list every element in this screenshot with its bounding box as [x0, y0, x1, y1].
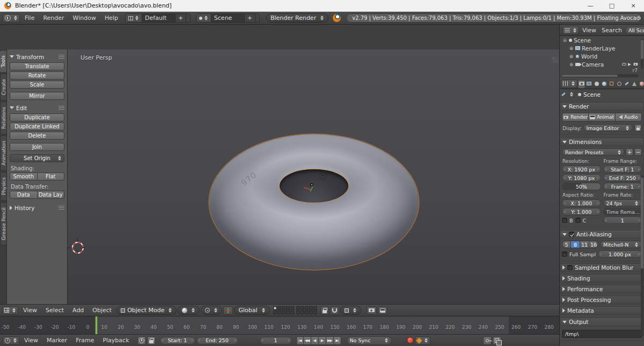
display-filter-dropdown[interactable]: All Scene: [625, 26, 644, 34]
layer-cell[interactable]: [282, 311, 286, 314]
panel-header-performance[interactable]: Performance: [560, 285, 644, 293]
layer-cell[interactable]: [277, 311, 281, 314]
lock-interface-button[interactable]: [634, 124, 642, 132]
minimize-button[interactable]: —: [580, 0, 601, 11]
end-frame-field[interactable]: End F: 250: [603, 174, 642, 182]
fast-forward-button[interactable]: ▶▶: [326, 336, 334, 345]
aa-samples-16-button[interactable]: 16: [589, 241, 598, 248]
manipulator-toggle-button[interactable]: [223, 306, 233, 315]
render-audio-button[interactable]: Audio: [616, 113, 642, 121]
aspect-x-field[interactable]: X: 1.000: [562, 199, 601, 207]
timeline-editor-type-button[interactable]: [3, 336, 19, 345]
screen-layout-browse-button[interactable]: [126, 14, 142, 22]
scene-name[interactable]: Scene: [211, 14, 244, 22]
panel-header-anti-aliasing[interactable]: Anti-Aliasing: [560, 230, 644, 239]
keying-set-dropdown[interactable]: [415, 336, 430, 345]
add-preset-button[interactable]: +: [626, 148, 633, 156]
aa-samples-5-button[interactable]: 5: [562, 241, 571, 248]
tab-world[interactable]: [601, 80, 608, 88]
panel-header-post-processing[interactable]: Post Processing: [560, 295, 644, 304]
layer-cell[interactable]: [313, 306, 317, 310]
menu-view[interactable]: View: [20, 337, 42, 344]
output-path-field[interactable]: /tmp\: [562, 330, 642, 338]
add-scene-button[interactable]: +: [244, 14, 255, 22]
add-screen-layout-button[interactable]: +: [175, 14, 186, 22]
tab-object[interactable]: [608, 80, 615, 88]
aa-samples-8-button[interactable]: 8: [571, 241, 580, 248]
menu-search[interactable]: Search: [599, 27, 624, 34]
panel-header-shading[interactable]: Shading: [560, 274, 644, 283]
layer-cell[interactable]: [273, 311, 277, 314]
tab-data[interactable]: [631, 80, 638, 88]
outliner-vertical-scrollbar[interactable]: [641, 39, 643, 69]
jump-to-end-button[interactable]: ▶|: [334, 336, 341, 345]
tab-create[interactable]: Create: [0, 74, 6, 100]
outliner-row-camera[interactable]: ⊕ Camera: [560, 60, 644, 68]
layer-cell[interactable]: [282, 306, 286, 310]
end-frame-field[interactable]: End: 250: [196, 337, 238, 344]
screen-layout-name[interactable]: Default: [142, 14, 175, 22]
layer-cell[interactable]: [305, 311, 309, 314]
frame-rate-dropdown[interactable]: 24 fps: [603, 199, 642, 207]
panel-grip-icon[interactable]: [58, 106, 64, 110]
layer-cell[interactable]: [296, 311, 300, 314]
layer-cell[interactable]: [277, 306, 281, 310]
panel-header-dimensions[interactable]: Dimensions: [560, 138, 644, 146]
layer-cell[interactable]: [309, 306, 313, 310]
resolution-percentage-slider[interactable]: 50%: [562, 183, 601, 190]
menu-frame[interactable]: Frame: [72, 337, 98, 344]
panel-grip-icon[interactable]: [58, 55, 64, 59]
translate-button[interactable]: Translate: [10, 62, 64, 70]
jump-to-start-button[interactable]: |◀: [296, 336, 304, 345]
aspect-y-field[interactable]: Y: 1.000: [562, 208, 601, 215]
aa-samples-11-button[interactable]: 11: [580, 241, 589, 248]
expand-toggle-icon[interactable]: ⊕: [569, 62, 574, 67]
layer-cell[interactable]: [305, 306, 309, 310]
lamp-object[interactable]: [319, 172, 327, 179]
delete-scene-button[interactable]: ×: [255, 14, 260, 22]
menu-add[interactable]: Add: [69, 307, 87, 314]
viewport-editor-type-button[interactable]: [2, 306, 18, 315]
resolution-y-field[interactable]: Y: 1080 px: [562, 174, 601, 182]
render-presets-dropdown[interactable]: Render Presets: [562, 148, 625, 156]
panel-header-edit[interactable]: Edit: [10, 103, 64, 112]
crop-checkbox[interactable]: [575, 218, 581, 223]
aa-filter-dropdown[interactable]: Mitchell-N: [600, 241, 642, 248]
expand-toggle-icon[interactable]: ⊕: [569, 46, 574, 51]
layer-cell[interactable]: [309, 311, 313, 314]
lock-time-button[interactable]: [147, 336, 156, 345]
scale-button[interactable]: Scale: [10, 81, 64, 89]
expand-toggle-icon[interactable]: ⊕: [569, 54, 574, 59]
menu-marker[interactable]: Marker: [43, 337, 71, 344]
info-editor-type-button[interactable]: [3, 14, 20, 23]
viewport-shading-dropdown[interactable]: [178, 306, 200, 315]
remove-preset-button[interactable]: −: [634, 148, 642, 156]
layer-cell[interactable]: [290, 306, 294, 310]
transform-orientation-dropdown[interactable]: Global: [234, 306, 269, 315]
menu-view[interactable]: View: [580, 27, 598, 34]
properties-vertical-scrollbar[interactable]: [641, 175, 643, 336]
motion-blur-checkbox[interactable]: [567, 265, 573, 270]
layer-cell[interactable]: [301, 311, 304, 314]
region-corner-grip[interactable]: [552, 57, 558, 63]
display-mode-dropdown[interactable]: Image Editor: [583, 124, 633, 132]
time-remap-field[interactable]: 1: [603, 217, 642, 224]
tab-modifiers[interactable]: [623, 80, 630, 88]
current-frame-field[interactable]: 1: [260, 337, 292, 344]
time-remapping-dropdown[interactable]: Time Rema...: [603, 208, 642, 215]
insert-keyframe-button[interactable]: [483, 336, 492, 345]
layer-cell[interactable]: [286, 311, 290, 314]
full-sample-checkbox[interactable]: [562, 251, 567, 257]
anti-aliasing-checkbox[interactable]: [569, 232, 574, 237]
tab-constraints[interactable]: [616, 80, 623, 88]
menu-view[interactable]: View: [19, 307, 41, 314]
rotate-button[interactable]: Rotate: [10, 71, 64, 80]
visibility-eye-icon[interactable]: [622, 63, 626, 66]
play-reverse-button[interactable]: ◀: [311, 336, 319, 345]
render-engine-dropdown[interactable]: Blender Render: [266, 13, 328, 23]
panel-header-sampled-motion-blur[interactable]: Sampled Motion Blur: [560, 263, 644, 272]
sync-mode-dropdown[interactable]: No Sync: [347, 336, 392, 345]
outliner-row-scene[interactable]: ⊖ Scene: [560, 36, 644, 44]
close-button[interactable]: ×: [623, 0, 644, 11]
panel-header-transform[interactable]: Transform: [10, 52, 64, 61]
